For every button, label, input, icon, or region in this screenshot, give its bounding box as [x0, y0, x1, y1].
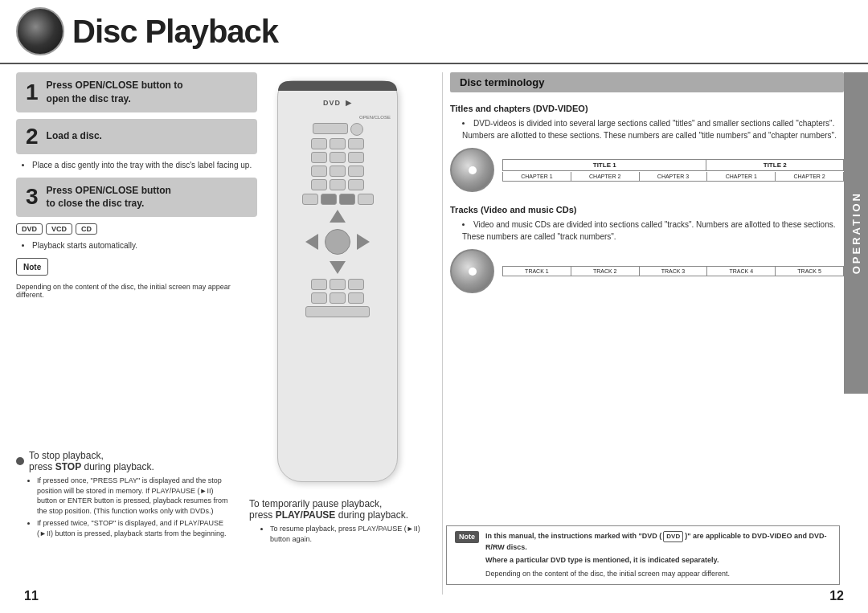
title2-header: TITLE 2 — [706, 159, 844, 171]
remote-btn-r5-2[interactable] — [330, 179, 346, 190]
step-2-sub: Place a disc gently into the tray with t… — [16, 161, 257, 170]
remote-control: DVD ▶ OPEN/CLOSE — [265, 80, 410, 490]
chapter-5: CHAPTER 2 — [776, 172, 844, 182]
remote-btn-r6-3[interactable] — [348, 279, 364, 290]
remote-btn-r7-2[interactable] — [330, 292, 346, 304]
remote-logo-brand: ▶ — [346, 99, 352, 107]
track-1: TRACK 1 — [502, 266, 571, 276]
remote-btn-r3-1[interactable] — [311, 152, 327, 163]
remote-btn-r2-2[interactable] — [330, 138, 346, 149]
stop-bullet-2: If pressed twice, "STOP" is displayed, a… — [37, 518, 233, 538]
nav-right-arrow[interactable] — [357, 234, 370, 250]
right-column: Disc terminology Titles and chapters (DV… — [450, 72, 844, 306]
remote-row-4 — [286, 166, 389, 177]
stop-bullet-1: If pressed once, "PRESS PLAY" is display… — [37, 476, 233, 516]
terminology-header: Disc terminology — [450, 72, 844, 92]
remote-btn-r2-3[interactable] — [348, 138, 364, 149]
page-number-right: 12 — [829, 589, 844, 603]
column-divider — [442, 72, 443, 595]
remote-top-band — [278, 81, 397, 91]
remote-play-btn[interactable] — [339, 194, 355, 205]
stop-dot-icon — [16, 457, 24, 465]
pause-bullet-1: To resume playback, press PLAY/PAUSE (►I… — [270, 524, 434, 544]
step-1-box: 1 Press OPEN/CLOSE button toopen the dis… — [16, 72, 257, 112]
note-container: Note Depending on the content of the dis… — [16, 258, 257, 299]
remote-btn-r4-1[interactable] — [311, 166, 327, 177]
remote-rewind-btn[interactable] — [302, 194, 318, 205]
remote-btn-r7-1[interactable] — [311, 292, 327, 304]
remote-transport-row — [286, 194, 389, 205]
nav-center-btn[interactable] — [325, 229, 350, 255]
remote-btn-r3-2[interactable] — [330, 152, 346, 163]
pause-section: To temporarily pause playback,press PLAY… — [249, 498, 434, 546]
remote-btn-long-1[interactable] — [305, 306, 370, 317]
remote-nav-pad — [305, 210, 370, 274]
page-title: Disc Playback — [72, 14, 278, 50]
step-3-text: Press OPEN/CLOSE buttonto close the disc… — [47, 184, 171, 211]
remote-row-1 — [286, 123, 389, 136]
step-2-number: 2 — [26, 125, 39, 148]
track-3: TRACK 3 — [640, 266, 708, 276]
tracks-title: Tracks (Video and music CDs) — [450, 205, 844, 215]
chapter-1: CHAPTER 1 — [502, 172, 571, 182]
remote-body: DVD ▶ OPEN/CLOSE — [277, 80, 398, 482]
stop-title: To stop playback,press STOP during playb… — [29, 450, 154, 472]
operation-sidebar: OPERATION — [844, 72, 868, 394]
remote-logo-area: DVD ▶ — [278, 91, 397, 115]
tracks-text: Video and music CDs are divided into sec… — [450, 219, 844, 243]
remote-row-2 — [286, 138, 389, 149]
note-label: Note — [23, 263, 41, 272]
chapter-2: CHAPTER 2 — [571, 172, 640, 182]
nav-left-arrow[interactable] — [305, 234, 318, 250]
titles-chapters-section: Titles and chapters (DVD-VIDEO) DVD-vide… — [450, 104, 844, 192]
bottom-note-box: Note In this manual, the instructions ma… — [446, 525, 840, 586]
remote-btn-round-1[interactable] — [350, 123, 363, 136]
remote-btn-r6-2[interactable] — [330, 279, 346, 290]
tracks-chart: TRACK 1 TRACK 2 TRACK 3 TRACK 4 TRACK 5 — [502, 266, 844, 276]
remote-buttons — [278, 120, 397, 323]
titles-chart: TITLE 1 TITLE 2 CHAPTER 1 CHAPTER 2 CHAP… — [502, 159, 844, 182]
remote-btn-r5-1[interactable] — [311, 179, 327, 190]
pause-bullets: To resume playback, press PLAY/PAUSE (►I… — [249, 524, 434, 544]
note-box: Note — [16, 258, 48, 276]
remote-row-8 — [286, 306, 389, 317]
remote-btn-wide-1[interactable] — [313, 123, 348, 134]
remote-btn-r2-1[interactable] — [311, 138, 327, 149]
track-4: TRACK 4 — [707, 266, 776, 276]
nav-up-arrow[interactable] — [330, 210, 346, 223]
chapters-row: CHAPTER 1 CHAPTER 2 CHAPTER 3 CHAPTER 1 … — [502, 172, 844, 182]
stop-section: To stop playback,press STOP during playb… — [16, 450, 233, 541]
track-5: TRACK 5 — [776, 266, 844, 276]
operation-label: OPERATION — [850, 191, 862, 274]
titles-chapters-text: DVD-videos is divided into several large… — [450, 117, 844, 141]
remote-stop-btn[interactable] — [321, 194, 337, 205]
titles-disc-image — [450, 148, 494, 192]
remote-btn-r3-3[interactable] — [348, 152, 364, 163]
step-3-box: 3 Press OPEN/CLOSE buttonto close the di… — [16, 178, 257, 218]
tracks-row: TRACK 1 TRACK 2 TRACK 3 TRACK 4 TRACK 5 — [502, 266, 844, 276]
logo-disc — [16, 7, 64, 55]
chapter-3: CHAPTER 3 — [640, 172, 708, 182]
stop-header: To stop playback,press STOP during playb… — [16, 450, 233, 472]
nav-down-arrow[interactable] — [330, 261, 346, 274]
note-content: Depending on the content of the disc, th… — [16, 283, 257, 299]
title-headers: TITLE 1 TITLE 2 — [502, 159, 844, 171]
disc-labels-row: DVD VCD CD — [16, 223, 257, 235]
titles-chapters-title: Titles and chapters (DVD-VIDEO) — [450, 104, 844, 113]
remote-row-6 — [286, 279, 389, 290]
tracks-disc-image — [450, 249, 494, 293]
left-column: 1 Press OPEN/CLOSE button toopen the dis… — [16, 72, 257, 299]
remote-btn-r7-3[interactable] — [348, 292, 364, 304]
remote-ff-btn[interactable] — [358, 194, 374, 205]
remote-row-7 — [286, 292, 389, 304]
bottom-note-line2: Where a particular DVD type is mentioned… — [485, 555, 831, 566]
remote-row-5 — [286, 179, 389, 190]
dvd-badge: DVD — [663, 531, 683, 542]
step-1-text: Press OPEN/CLOSE button toopen the disc … — [47, 79, 183, 106]
remote-btn-r6-1[interactable] — [311, 279, 327, 290]
tracks-section: Tracks (Video and music CDs) Video and m… — [450, 205, 844, 293]
stop-bullets: If pressed once, "PRESS PLAY" is display… — [16, 476, 233, 539]
remote-btn-r4-2[interactable] — [330, 166, 346, 177]
remote-btn-r4-3[interactable] — [348, 166, 364, 177]
remote-btn-r5-3[interactable] — [348, 179, 364, 190]
